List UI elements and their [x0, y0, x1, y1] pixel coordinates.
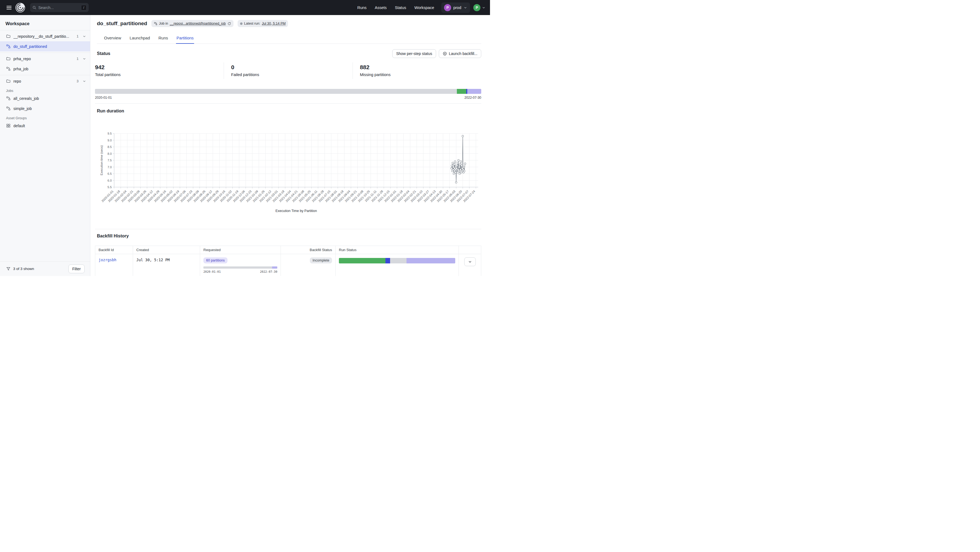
repo-header[interactable]: __repository__do_stuff_partitio...1	[0, 31, 90, 41]
svg-text:5.5: 5.5	[108, 186, 112, 189]
run-status-bar	[339, 258, 455, 263]
deployment-switcher[interactable]: P prod	[441, 2, 470, 13]
backfill-history-table: Backfill Id Created Requested Backfill S…	[95, 246, 481, 276]
user-menu[interactable]: P	[473, 4, 485, 11]
sidebar-item-prha_job[interactable]: prha_job	[0, 64, 90, 74]
deployment-avatar: P	[444, 4, 451, 11]
repo-block: repo3Jobsall_cereals_jobsimple_jobAsset …	[0, 75, 90, 132]
stat-label: Failed partitions	[231, 73, 352, 77]
bar-segment-in_progress	[385, 258, 390, 263]
nav-link-status[interactable]: Status	[395, 5, 406, 10]
backfill-status-badge: Incomplete	[310, 257, 332, 263]
workspace-repo-list: __repository__do_stuff_partitio...1do_st…	[0, 30, 90, 261]
requested-progress-bar	[204, 266, 277, 269]
repo-header[interactable]: repo3	[0, 76, 90, 86]
bar-segment-queued	[467, 89, 481, 94]
backfill-id-link[interactable]: jozrgsbh	[99, 258, 116, 262]
backfill-history-section: Backfill History Backfill Id Created Req…	[90, 233, 490, 276]
nav-link-workspace[interactable]: Workspace	[414, 5, 434, 10]
col-requested: Requested	[200, 246, 281, 254]
chevron-down-icon	[83, 79, 86, 83]
backfill-menu-button[interactable]	[464, 257, 476, 266]
stat-failed-partitions: 0 Failed partitions	[224, 62, 352, 79]
bar-segment-queued	[407, 258, 455, 263]
job-tag-link[interactable]: __reposi...artitioned@partitioned_job	[170, 22, 226, 25]
stat-value: 942	[95, 64, 224, 71]
table-header-row: Backfill Id Created Requested Backfill S…	[95, 246, 481, 254]
tab-launchpad[interactable]: Launchpad	[129, 33, 151, 44]
bar-segment-missing	[95, 89, 457, 94]
sidebar-item-simple_job[interactable]: simple_job	[0, 103, 90, 114]
main-content: do_stuff_partitioned Job in __reposi...a…	[90, 15, 490, 276]
section-divider	[95, 229, 481, 229]
bar-segment-missing	[204, 266, 272, 269]
tab-partitions[interactable]: Partitions	[176, 33, 194, 44]
repo-name: prha_repo	[13, 57, 74, 61]
hamburger-menu-button[interactable]	[5, 3, 14, 12]
sidebar-item-all_cereals_job[interactable]: all_cereals_job	[0, 93, 90, 103]
workspace-sidebar: Workspace __repository__do_stuff_partiti…	[0, 15, 90, 276]
repo-name: __repository__do_stuff_partitio...	[13, 34, 74, 38]
col-actions	[459, 246, 481, 254]
launch-backfill-button[interactable]: Launch backfill...	[439, 49, 481, 58]
repo-header[interactable]: prha_repo1	[0, 54, 90, 64]
job-origin-tag: Job in __reposi...artitioned@partitioned…	[151, 20, 234, 27]
refresh-icon[interactable]	[228, 22, 231, 25]
col-backfill-status: Backfill Status	[281, 246, 336, 254]
search-icon	[32, 5, 37, 10]
tab-overview[interactable]: Overview	[103, 33, 122, 44]
bar-segment-success	[339, 258, 385, 263]
stat-total-partitions: 942 Total partitions	[95, 62, 224, 79]
deployment-label: prod	[453, 5, 461, 10]
filter-button[interactable]: Filter	[68, 265, 84, 273]
bar-segment-success	[457, 89, 466, 94]
tab-runs[interactable]: Runs	[158, 33, 169, 44]
partition-range-start: 2020-01-01	[95, 96, 112, 100]
stat-value: 0	[231, 64, 352, 71]
repo-count-text: 3 of 3 shown	[13, 267, 66, 271]
plus-circle-icon	[443, 51, 447, 56]
show-per-step-status-button[interactable]: Show per-step status	[392, 49, 436, 58]
partition-range-end: 2022-07-30	[465, 96, 481, 100]
repo-count-badge: 1	[76, 57, 79, 61]
nav-link-assets[interactable]: Assets	[375, 5, 387, 10]
page-header: do_stuff_partitioned Job in __reposi...a…	[90, 15, 490, 44]
chevron-down-icon	[83, 57, 86, 61]
chevron-down-icon	[463, 6, 467, 10]
sidebar-item-label: prha_job	[13, 67, 29, 71]
repo-block: __repository__do_stuff_partitio...1do_st…	[0, 30, 90, 52]
nav-links: Runs Assets Status Workspace	[357, 5, 434, 10]
page-tabs: Overview Launchpad Runs Partitions	[97, 33, 481, 44]
status-section: Status Show per-step status Launch backf…	[90, 49, 490, 104]
latest-run-label: Latest run:	[244, 22, 260, 25]
sidebar-item-label: do_stuff_partitioned	[13, 44, 47, 49]
repo-block: prha_repo1prha_job	[0, 52, 90, 75]
requested-range-end: 2022-07-30	[260, 270, 277, 273]
nav-link-runs[interactable]: Runs	[357, 5, 366, 10]
search-input[interactable]	[38, 5, 79, 10]
svg-text:8.5: 8.5	[108, 145, 112, 149]
sidebar-item-do_stuff_partitioned[interactable]: do_stuff_partitioned	[0, 41, 90, 51]
page-title: do_stuff_partitioned	[97, 21, 147, 27]
requested-partitions-chip: 60 partitions	[204, 257, 228, 263]
top-nav: / Runs Assets Status Workspace P prod P	[0, 0, 490, 15]
svg-text:Execution time (secs): Execution time (secs)	[100, 145, 103, 175]
svg-text:7.5: 7.5	[108, 159, 112, 162]
search-shortcut-key: /	[81, 5, 86, 10]
sidebar-item-label: simple_job	[13, 106, 32, 111]
sidebar-section-label: Jobs	[0, 86, 90, 93]
chart-y-ticks: 5.56.06.57.07.58.08.59.09.5	[108, 132, 114, 189]
col-run-status: Run Status	[336, 246, 459, 254]
run-duration-section: Run duration 5.56.06.57.07.58.08.59.09.5…	[90, 109, 490, 229]
filter-icon	[6, 266, 11, 271]
requested-range-start: 2020-01-01	[204, 270, 221, 273]
hamburger-icon	[6, 5, 12, 11]
partition-status-bar[interactable]	[95, 89, 481, 94]
latest-run-link[interactable]: Jul 30, 5:14 PM	[262, 22, 286, 25]
sidebar-item-default[interactable]: default	[0, 121, 90, 131]
asset-group-icon	[6, 124, 11, 128]
job-icon	[6, 67, 11, 71]
search-box[interactable]: /	[30, 3, 89, 12]
folder-icon	[6, 34, 11, 38]
job-tag-prefix: Job in	[159, 22, 168, 25]
